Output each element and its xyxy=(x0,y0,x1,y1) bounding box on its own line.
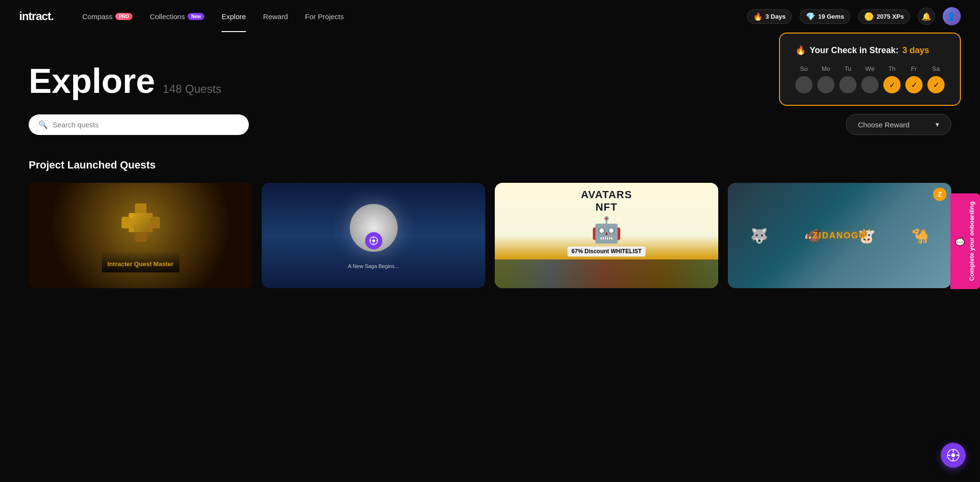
streak-day-th: Th ✓ xyxy=(883,65,901,93)
quest-count: 148 Quests xyxy=(163,82,222,96)
fire-icon: 🔥 xyxy=(753,12,763,21)
quest-card-2[interactable]: A New Saga Begins... xyxy=(262,183,485,288)
streak-day-su: Su xyxy=(795,65,813,93)
search-icon: 🔍 xyxy=(38,120,48,129)
streak-day-sa: Sa ✓ xyxy=(927,65,945,93)
streak-day-fr: Fr ✓ xyxy=(905,65,923,93)
streak-circle-tu xyxy=(839,76,857,93)
streak-circle-sa: ✓ xyxy=(927,76,945,93)
intract-widget-icon xyxy=(947,448,960,462)
card1-content: Intracter Quest Master xyxy=(29,183,252,288)
streak-circle-fr: ✓ xyxy=(905,76,923,93)
streak-circle-su xyxy=(795,76,813,93)
zidanogo-label: ZIDANOGO xyxy=(813,231,867,241)
page-title: Explore xyxy=(29,61,155,101)
svg-rect-4 xyxy=(135,232,146,242)
streak-circle-mo xyxy=(817,76,835,93)
search-filter-row: 🔍 Choose Reward ▾ xyxy=(29,114,951,135)
nav-link-collections[interactable]: Collections New xyxy=(150,12,204,21)
bottom-widget-button[interactable] xyxy=(941,443,966,468)
svg-rect-2 xyxy=(150,217,160,228)
quest-card-img-4: 🐺🐗🐮🐪 ZIDANOGO Z xyxy=(728,183,951,288)
badge-new: New xyxy=(188,13,204,20)
nav-label-collections: Collections xyxy=(150,12,185,21)
puzzle-cube-icon xyxy=(117,199,165,247)
svg-point-10 xyxy=(372,239,375,242)
streak-circle-we xyxy=(861,76,879,93)
quest-card-3[interactable]: AVATARSNFT 🤖 67% Discount WHITELIST xyxy=(495,183,718,288)
onboarding-sidebar[interactable]: 💬 Complete your onboarding xyxy=(950,193,980,289)
logo[interactable]: intract. xyxy=(19,10,54,23)
saga-logo-icon xyxy=(369,236,379,246)
bell-icon: 🔔 xyxy=(922,12,931,21)
streak-day-tu: Tu xyxy=(839,65,857,93)
navbar: intract. Compass PRO Collections New Exp… xyxy=(0,0,980,33)
xp-stat[interactable]: 🟡 2075 XPs xyxy=(858,9,910,24)
streak-day-we: We xyxy=(861,65,879,93)
badge-pro: PRO xyxy=(115,13,133,20)
nav-label-compass: Compass xyxy=(82,12,112,21)
chevron-down-icon: ▾ xyxy=(935,120,939,129)
onboarding-tab-button[interactable]: 💬 Complete your onboarding xyxy=(950,193,980,289)
gems-value: 19 Gems xyxy=(818,13,844,20)
avatars-discount: 67% Discount WHITELIST xyxy=(568,247,646,257)
quest-card-img-1: Intracter Quest Master xyxy=(29,183,252,288)
robot-icon: 🤖 xyxy=(591,215,622,245)
chat-icon: 💬 xyxy=(955,236,964,246)
svg-rect-6 xyxy=(148,213,153,218)
avatar-image: 👤 xyxy=(947,12,957,21)
section-title-project-launched: Project Launched Quests xyxy=(29,159,951,171)
notification-bell[interactable]: 🔔 xyxy=(918,8,935,25)
streak-days-highlight: 3 days xyxy=(902,45,929,56)
nav-link-for-projects[interactable]: For Projects xyxy=(305,12,344,21)
card1-label: Intracter Quest Master xyxy=(102,251,179,272)
svg-point-16 xyxy=(951,453,955,457)
project-launched-section: Project Launched Quests xyxy=(29,159,951,288)
card2-logo xyxy=(365,232,382,249)
streak-circle-th: ✓ xyxy=(883,76,901,93)
gem-icon: 💎 xyxy=(806,12,815,21)
choose-reward-label: Choose Reward xyxy=(858,121,910,129)
card2-text: A New Saga Begins... xyxy=(262,263,485,269)
quest-card-4[interactable]: 🐺🐗🐮🐪 ZIDANOGO Z xyxy=(728,183,951,288)
quest-card-img-3: AVATARSNFT 🤖 67% Discount WHITELIST xyxy=(495,183,718,288)
quest-grid: Intracter Quest Master xyxy=(29,183,951,288)
nav-link-compass[interactable]: Compass PRO xyxy=(82,12,133,21)
nav-label-explore: Explore xyxy=(222,12,246,21)
svg-rect-1 xyxy=(122,217,131,228)
zidanogo-badge: Z xyxy=(933,188,947,201)
choose-reward-dropdown[interactable]: Choose Reward ▾ xyxy=(846,114,951,135)
streak-popup: 🔥 Your Check in Streak: 3 days Su Mo Tu … xyxy=(779,33,961,106)
streak-day-mo: Mo xyxy=(817,65,835,93)
xp-value: 2075 XPs xyxy=(877,13,904,20)
nav-links: Compass PRO Collections New Explore Rewa… xyxy=(82,12,747,21)
streak-calendar: Su Mo Tu We Th ✓ Fr ✓ Sa ✓ xyxy=(795,65,945,93)
quest-card-1[interactable]: Intracter Quest Master xyxy=(29,183,252,288)
search-input[interactable] xyxy=(53,121,239,129)
svg-rect-7 xyxy=(129,227,134,232)
svg-rect-0 xyxy=(131,213,150,232)
svg-rect-8 xyxy=(148,227,153,232)
streak-value: 3 Days xyxy=(766,13,786,20)
search-box[interactable]: 🔍 xyxy=(29,114,249,135)
streak-fire-icon: 🔥 xyxy=(795,45,806,56)
card3-bg-bar xyxy=(495,259,718,288)
streak-title: 🔥 Your Check in Streak: 3 days xyxy=(795,45,945,56)
avatars-nft-title: AVATARSNFT xyxy=(581,189,632,213)
avatar[interactable]: 👤 xyxy=(943,7,961,25)
onboarding-label: Complete your onboarding xyxy=(968,201,975,280)
gems-stat[interactable]: 💎 19 Gems xyxy=(800,9,850,24)
svg-rect-5 xyxy=(129,213,134,218)
streak-title-text: Your Check in Streak: xyxy=(810,45,899,56)
xp-icon: 🟡 xyxy=(864,12,874,21)
svg-rect-3 xyxy=(135,203,146,213)
nav-label-for-projects: For Projects xyxy=(305,12,344,21)
streak-stat[interactable]: 🔥 3 Days xyxy=(747,9,792,24)
nav-link-reward[interactable]: Reward xyxy=(263,12,288,21)
nav-right: 🔥 3 Days 💎 19 Gems 🟡 2075 XPs 🔔 👤 xyxy=(747,7,961,25)
nav-label-reward: Reward xyxy=(263,12,288,21)
quest-card-img-2: A New Saga Begins... xyxy=(262,183,485,288)
nav-link-explore[interactable]: Explore xyxy=(222,12,246,21)
